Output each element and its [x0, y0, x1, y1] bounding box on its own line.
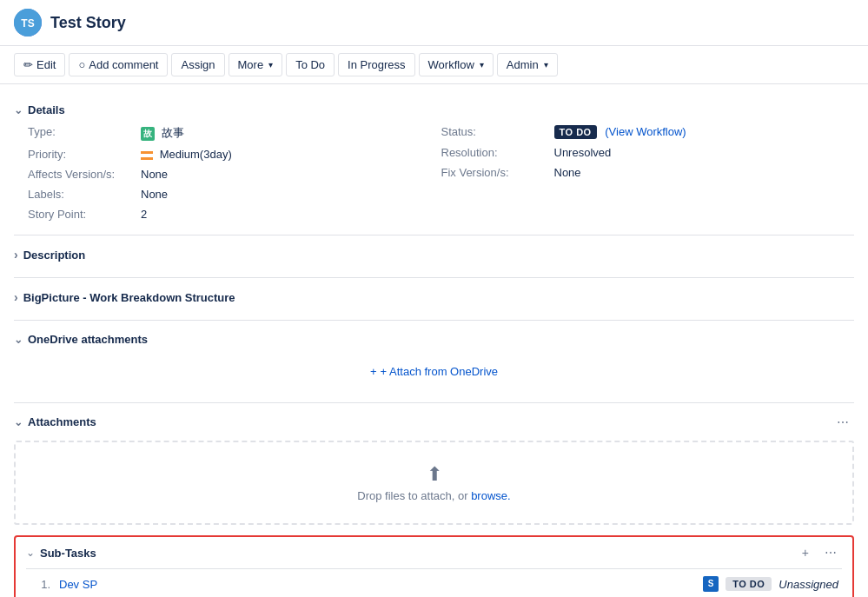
onedrive-header[interactable]: OneDrive attachments	[14, 328, 854, 351]
description-header[interactable]: Description	[14, 242, 854, 267]
description-section: Description	[14, 242, 854, 267]
attachments-toggle-icon	[14, 415, 23, 428]
attachments-more-button[interactable]: ⋯	[832, 414, 854, 431]
status-badge: TO DO	[554, 125, 597, 139]
comment-icon: ○	[78, 58, 85, 71]
details-header[interactable]: Details	[14, 98, 854, 122]
bigpicture-section: BigPicture - Work Breakdown Structure	[14, 285, 854, 309]
subtask-dev-sp-link[interactable]: Dev SP	[59, 578, 703, 591]
attachments-header[interactable]: Attachments	[14, 410, 832, 434]
subtasks-title: Sub-Tasks	[40, 547, 96, 560]
priority-icon	[141, 151, 153, 160]
story-point-row: Story Point: 2	[28, 204, 441, 224]
svg-text:TS: TS	[21, 17, 34, 30]
drop-text: Drop files to attach, or	[357, 489, 467, 502]
divider-1	[14, 235, 854, 235]
onedrive-title: OneDrive attachments	[28, 333, 148, 346]
toolbar: ✏ Edit ○ Add comment Assign More To Do I…	[0, 46, 868, 84]
affects-row: Affects Version/s: None	[28, 164, 441, 184]
more-button[interactable]: More	[229, 53, 283, 76]
subtask-type-icon-0: S	[703, 576, 719, 592]
page-header: TS Test Story	[0, 0, 868, 46]
onedrive-section: OneDrive attachments + + Attach from One…	[14, 328, 854, 392]
plus-icon: +	[370, 365, 377, 378]
onedrive-toggle-icon	[14, 333, 23, 346]
subtasks-more-button[interactable]: ⋯	[819, 544, 842, 561]
attachments-section: Attachments ⋯ ⬆ Drop files to attach, or…	[14, 410, 854, 525]
edit-icon: ✏	[23, 58, 33, 71]
admin-button[interactable]: Admin	[497, 53, 558, 76]
subtask-0-actions: S TO DO Unassigned	[703, 576, 838, 592]
main-content: Details Type: 故 故事 Priority: Medium(3day…	[0, 84, 868, 597]
resolution-row: Resolution: Unresolved	[441, 143, 855, 163]
attachments-header-row: Attachments ⋯	[14, 410, 854, 434]
page-title: Test Story	[50, 14, 126, 32]
description-title: Description	[23, 249, 86, 262]
bigpicture-title: BigPicture - Work Breakdown Structure	[23, 291, 235, 304]
avatar: TS	[14, 9, 42, 36]
workflow-button[interactable]: Workflow	[419, 53, 494, 76]
browse-link[interactable]: browse.	[471, 489, 511, 502]
divider-2	[14, 277, 854, 278]
add-comment-button[interactable]: ○ Add comment	[69, 53, 168, 76]
details-left: Type: 故 故事 Priority: Medium(3day) Affect…	[28, 122, 441, 224]
subtasks-toggle-icon	[26, 547, 35, 559]
subtasks-add-button[interactable]: +	[797, 544, 814, 561]
subtask-0-status: TO DO	[726, 577, 772, 591]
edit-button[interactable]: ✏ Edit	[14, 53, 65, 76]
subtasks-header: Sub-Tasks + ⋯	[26, 544, 842, 561]
priority-row: Priority: Medium(3day)	[28, 144, 441, 164]
in-progress-button[interactable]: In Progress	[338, 53, 414, 76]
subtasks-section: Sub-Tasks + ⋯ 1. Dev SP S TO DO Unassign…	[14, 535, 854, 597]
onedrive-attach-area: + + Attach from OneDrive	[14, 351, 854, 392]
type-row: Type: 故 故事	[28, 122, 441, 144]
attachments-title: Attachments	[28, 415, 96, 428]
details-toggle-icon	[14, 103, 23, 116]
assign-button[interactable]: Assign	[171, 53, 224, 76]
labels-row: Labels: None	[28, 184, 441, 204]
description-toggle-icon	[14, 248, 18, 262]
drop-zone[interactable]: ⬆ Drop files to attach, or browse.	[14, 441, 854, 525]
divider-3	[14, 320, 854, 321]
bigpicture-toggle-icon	[14, 290, 18, 304]
todo-button[interactable]: To Do	[286, 53, 335, 76]
upload-icon: ⬆	[36, 463, 832, 486]
attach-from-onedrive-link[interactable]: + + Attach from OneDrive	[370, 365, 498, 378]
view-workflow-link[interactable]: (View Workflow)	[605, 125, 686, 138]
subtasks-actions: + ⋯	[797, 544, 842, 561]
status-row: Status: TO DO (View Workflow)	[441, 122, 855, 143]
details-grid: Type: 故 故事 Priority: Medium(3day) Affect…	[28, 122, 854, 224]
type-icon: 故	[141, 127, 155, 141]
bigpicture-header[interactable]: BigPicture - Work Breakdown Structure	[14, 285, 854, 309]
details-right: Status: TO DO (View Workflow) Resolution…	[441, 122, 855, 224]
subtask-0-assignee: Unassigned	[779, 578, 838, 591]
fix-version-row: Fix Version/s: None	[441, 163, 855, 182]
subtask-item: 1. Dev SP S TO DO Unassigned	[26, 568, 842, 597]
divider-4	[14, 402, 854, 403]
details-section: Details Type: 故 故事 Priority: Medium(3day…	[14, 98, 854, 224]
details-title: Details	[28, 103, 65, 116]
